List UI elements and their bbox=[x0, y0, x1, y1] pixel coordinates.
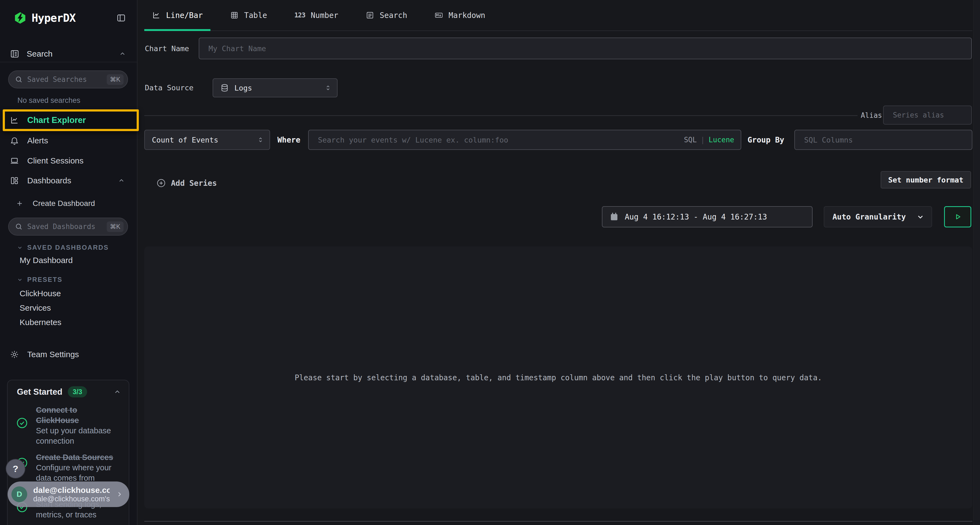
tab-label: Table bbox=[244, 11, 267, 20]
play-icon bbox=[953, 212, 962, 221]
query-language-toggle: SQL | Lucene bbox=[684, 136, 734, 144]
search-list-icon bbox=[366, 11, 374, 20]
dashboard-item-my-dashboard[interactable]: My Dashboard bbox=[20, 256, 73, 265]
shortcut-badge: ⌘K bbox=[107, 74, 124, 85]
sidebar-divider bbox=[0, 62, 137, 62]
logo-row: HyperDX bbox=[14, 10, 126, 25]
markdown-icon bbox=[434, 11, 443, 20]
bottom-divider bbox=[144, 521, 972, 522]
tab-number[interactable]: 123 Number bbox=[286, 0, 346, 30]
granularity-value: Auto Granularity bbox=[832, 213, 910, 221]
time-range-value: Aug 4 16:12:13 - Aug 4 16:27:13 bbox=[625, 213, 767, 221]
sidebar: HyperDX Search ⌘K No saved searches bbox=[0, 0, 137, 525]
time-range-picker[interactable]: Aug 4 16:12:13 - Aug 4 16:27:13 bbox=[602, 206, 813, 227]
group-by-label: Group By bbox=[748, 135, 784, 144]
group-by-input[interactable] bbox=[804, 136, 965, 144]
main-content: Line/Bar Table 123 Number Search bbox=[144, 0, 972, 525]
tab-label: Number bbox=[311, 11, 338, 20]
tab-markdown[interactable]: Markdown bbox=[427, 0, 493, 30]
saved-dashboards-search[interactable]: ⌘K bbox=[8, 217, 128, 236]
search-section-label: Search bbox=[27, 49, 52, 59]
sidebar-item-client-sessions[interactable]: Client Sessions bbox=[0, 152, 137, 169]
tab-label: Search bbox=[380, 11, 407, 20]
search-icon bbox=[15, 222, 23, 231]
get-started-item-desc: Set up your database connection bbox=[36, 425, 121, 446]
group-header-label: SAVED DASHBOARDS bbox=[27, 244, 109, 251]
set-number-format-button[interactable]: Set number format bbox=[881, 171, 971, 189]
get-started-title: Get Started bbox=[17, 387, 62, 397]
lucene-mode-option[interactable]: Lucene bbox=[709, 136, 734, 144]
chevron-down-icon bbox=[17, 244, 23, 251]
group-presets[interactable]: PRESETS bbox=[17, 276, 63, 284]
preset-item-services[interactable]: Services bbox=[20, 303, 51, 312]
chevron-up-icon bbox=[118, 177, 125, 184]
sidebar-collapse-icon[interactable] bbox=[116, 13, 126, 23]
sidebar-item-alerts[interactable]: Alerts bbox=[0, 132, 137, 149]
sidebar-item-team-settings[interactable]: Team Settings bbox=[0, 346, 137, 363]
scrollbar[interactable] bbox=[974, 0, 980, 525]
set-number-format-label: Set number format bbox=[888, 176, 963, 184]
no-saved-searches-note: No saved searches bbox=[18, 96, 80, 105]
chart-name-field bbox=[199, 38, 972, 59]
chart-name-input[interactable] bbox=[208, 44, 965, 53]
aggregation-select[interactable]: Count of Events bbox=[144, 130, 270, 150]
laptop-icon bbox=[10, 156, 19, 165]
table-icon bbox=[230, 11, 239, 20]
app-title: HyperDX bbox=[32, 12, 76, 24]
chart-line-icon bbox=[10, 116, 19, 125]
search-icon bbox=[15, 75, 23, 84]
where-label: Where bbox=[277, 135, 300, 144]
sidebar-item-chart-explorer[interactable]: Chart Explorer bbox=[3, 109, 139, 131]
group-header-label: PRESETS bbox=[27, 276, 63, 284]
create-dashboard-button[interactable]: Create Dashboard bbox=[0, 197, 137, 211]
data-source-value: Logs bbox=[234, 84, 319, 92]
plus-icon bbox=[16, 200, 24, 207]
data-source-select[interactable]: Logs bbox=[213, 78, 337, 97]
aggregation-value: Count of Events bbox=[152, 136, 251, 144]
get-started-item-title: Connect to ClickHouse bbox=[36, 405, 121, 425]
calendar-icon bbox=[609, 212, 619, 221]
add-series-label: Add Series bbox=[171, 179, 217, 188]
shortcut-badge: ⌘K bbox=[107, 221, 124, 232]
gear-icon bbox=[10, 350, 19, 359]
run-query-button[interactable] bbox=[944, 206, 971, 227]
team-settings-label: Team Settings bbox=[27, 350, 79, 359]
tab-line-bar[interactable]: Line/Bar bbox=[144, 0, 210, 30]
granularity-select[interactable]: Auto Granularity bbox=[824, 206, 932, 227]
get-started-header[interactable]: Get Started 3/3 bbox=[17, 386, 121, 397]
user-account-chip[interactable]: D dale@clickhouse.com dale@clickhouse.co… bbox=[8, 482, 129, 507]
saved-searches-input[interactable] bbox=[27, 75, 102, 84]
sidebar-section-search[interactable]: Search bbox=[10, 48, 126, 60]
add-series-button[interactable]: Add Series bbox=[156, 174, 217, 192]
chart-empty-state: Please start by selecting a database, ta… bbox=[144, 246, 972, 508]
get-started-item-title: Create Data Sources bbox=[36, 452, 121, 462]
plus-circle-icon bbox=[156, 178, 166, 188]
sql-mode-option[interactable]: SQL bbox=[684, 136, 697, 144]
mode-separator: | bbox=[700, 136, 705, 144]
hyperdx-logo-icon bbox=[14, 11, 27, 25]
sidebar-item-label: Alerts bbox=[27, 136, 48, 145]
chevron-right-icon bbox=[116, 490, 123, 498]
chevron-down-icon bbox=[17, 277, 23, 282]
group-saved-dashboards[interactable]: SAVED DASHBOARDS bbox=[17, 244, 109, 251]
alias-field bbox=[883, 106, 972, 125]
tab-label: Line/Bar bbox=[166, 11, 203, 20]
where-field: SQL | Lucene bbox=[308, 130, 741, 150]
user-info: dale@clickhouse.com dale@clickhouse.com'… bbox=[33, 485, 110, 503]
preset-item-clickhouse[interactable]: ClickHouse bbox=[20, 289, 61, 298]
tab-table[interactable]: Table bbox=[223, 0, 275, 30]
check-circle-icon bbox=[16, 417, 28, 429]
get-started-item: Connect to ClickHouse Set up your databa… bbox=[36, 405, 121, 446]
chevron-down-icon bbox=[916, 213, 924, 221]
saved-dashboards-input[interactable] bbox=[27, 222, 102, 231]
alias-input[interactable] bbox=[893, 111, 965, 119]
saved-searches-search[interactable]: ⌘K bbox=[8, 70, 128, 89]
tab-search[interactable]: Search bbox=[358, 0, 415, 30]
hyperdx-app: { "colors": { "accent_green": "#19c689",… bbox=[0, 0, 980, 525]
help-button[interactable]: ? bbox=[6, 459, 25, 479]
preset-item-kubernetes[interactable]: Kubernetes bbox=[20, 318, 61, 327]
line-chart-icon bbox=[152, 11, 161, 20]
where-input[interactable] bbox=[318, 136, 678, 144]
sidebar-item-dashboards[interactable]: Dashboards bbox=[0, 172, 137, 189]
bell-icon bbox=[10, 136, 19, 145]
